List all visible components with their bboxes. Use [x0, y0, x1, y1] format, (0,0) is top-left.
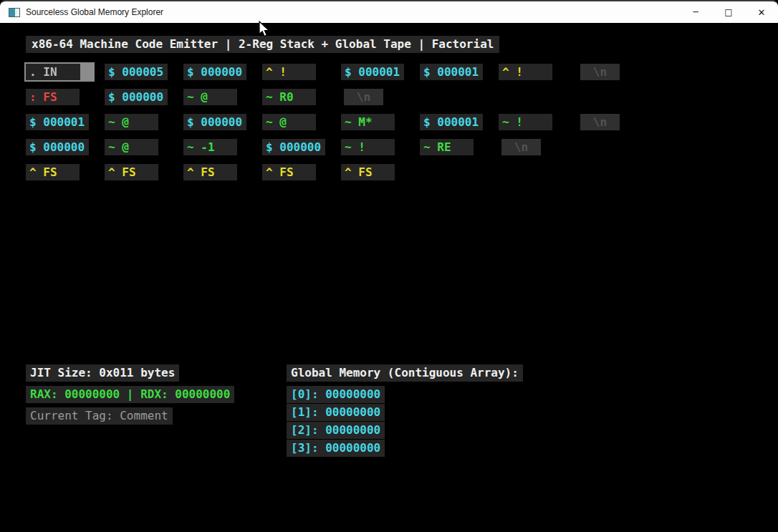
token-cell[interactable]: ~ @ [183, 89, 237, 105]
token-cell[interactable]: $ 000000 [26, 139, 89, 155]
token-cell[interactable]: : FS [26, 89, 80, 105]
token-cell[interactable]: ~ @ [262, 114, 316, 130]
mouse-cursor [259, 21, 270, 38]
maximize-button[interactable]: □ [712, 1, 745, 23]
text-cursor-block [80, 64, 93, 80]
token-cell[interactable]: ^ FS [183, 164, 237, 180]
token-cell[interactable]: $ 000000 [183, 114, 246, 130]
token-cell[interactable]: ~ -1 [183, 139, 237, 155]
current-tag-label: Current Tag: Comment [26, 407, 173, 425]
close-button[interactable]: ✕ [745, 1, 778, 23]
token-cell[interactable]: ~ ! [341, 139, 395, 155]
token-cell[interactable]: ~ RE [420, 139, 474, 155]
token-cell[interactable]: ~ M* [341, 114, 395, 130]
memory-row: [0]: 00000000 [287, 386, 385, 403]
token-text: . IN [29, 65, 57, 79]
titlebar[interactable]: Sourceless Global Memory Explorer ─ □ ✕ [0, 0, 778, 23]
token-cell[interactable]: $ 000000 [262, 139, 325, 155]
token-cell[interactable]: $ 000001 [26, 114, 89, 130]
token-cell[interactable]: $ 000001 [420, 64, 483, 80]
memory-row: [3]: 00000000 [287, 440, 385, 457]
token-cell[interactable]: $ 000005 [105, 64, 168, 80]
jit-size-label: JIT Size: 0x011 bytes [26, 364, 179, 382]
token-cell[interactable]: . IN [24, 62, 95, 82]
token-cell[interactable]: ^ FS [341, 164, 395, 180]
token-cell[interactable]: ~ ! [499, 114, 552, 130]
global-memory-title: Global Memory (Contiguous Array): [287, 364, 523, 382]
minimize-button[interactable]: ─ [679, 1, 712, 23]
token-cell[interactable]: ^ FS [262, 164, 316, 180]
window-title: Sourceless Global Memory Explorer [26, 7, 163, 17]
memory-row: [2]: 00000000 [287, 422, 385, 439]
app-window: { "window": { "title": "Sourceless Globa… [0, 0, 778, 532]
token-cell[interactable]: ^ FS [105, 164, 158, 180]
token-cell[interactable]: $ 000001 [420, 114, 483, 130]
token-cell[interactable]: ^ ! [262, 64, 316, 80]
token-cell[interactable]: $ 000001 [341, 64, 404, 80]
token-newline-cell[interactable]: \n [580, 64, 620, 80]
window-controls: ─ □ ✕ [679, 1, 778, 23]
token-cell[interactable]: ~ @ [105, 139, 158, 155]
token-cell[interactable]: ^ FS [26, 164, 80, 180]
token-cell[interactable]: ~ @ [105, 114, 158, 130]
token-newline-cell[interactable]: \n [580, 114, 620, 130]
memory-rows: [0]: 00000000[1]: 00000000[2]: 00000000[… [287, 386, 385, 458]
token-newline-cell[interactable]: \n [344, 89, 383, 105]
token-newline-cell[interactable]: \n [501, 139, 541, 155]
memory-row: [1]: 00000000 [287, 404, 385, 421]
token-cell[interactable]: ^ ! [499, 64, 552, 80]
token-cell[interactable]: $ 000000 [105, 89, 168, 105]
token-cell[interactable]: $ 000000 [183, 64, 246, 80]
registers-label: RAX: 00000000 | RDX: 00000000 [26, 386, 234, 403]
app-icon [9, 8, 20, 17]
token-cell[interactable]: ~ R0 [262, 89, 316, 105]
page-title: x86-64 Machine Code Emitter | 2-Reg Stac… [26, 36, 499, 53]
